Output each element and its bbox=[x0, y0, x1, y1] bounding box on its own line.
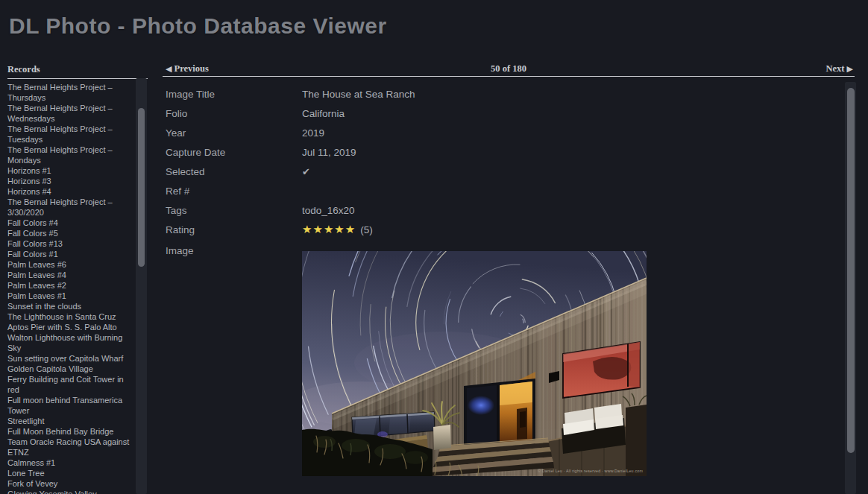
record-list-item[interactable]: Palm Leaves #6 bbox=[7, 259, 135, 270]
field-label-image: Image bbox=[166, 245, 194, 256]
record-list-item[interactable]: Fall Colors #13 bbox=[7, 238, 135, 249]
sidebar-scrollbar-thumb[interactable] bbox=[138, 108, 145, 267]
field-value-image-title: The House at Sea Ranch bbox=[302, 89, 415, 100]
records-header: Records bbox=[7, 64, 148, 79]
selected-checkmark-icon: ✔ bbox=[302, 166, 415, 177]
field-label-ref: Ref # bbox=[166, 186, 302, 197]
record-list-item[interactable]: Fall Colors #4 bbox=[7, 218, 135, 228]
record-list-item[interactable]: The Bernal Heights Project – Tuesdays bbox=[7, 124, 135, 145]
next-button[interactable]: Next ▶ bbox=[825, 63, 853, 75]
record-list-item[interactable]: The Bernal Heights Project – 3/30/2020 bbox=[7, 197, 135, 218]
record-list-item[interactable]: The Bernal Heights Project – Wednesdays bbox=[7, 103, 135, 124]
record-list-item[interactable]: Palm Leaves #1 bbox=[7, 291, 135, 301]
record-list-item[interactable]: Horizons #1 bbox=[7, 165, 135, 176]
next-label: Next bbox=[825, 63, 844, 74]
record-list-item[interactable]: Horizons #4 bbox=[7, 186, 135, 197]
record-list-item[interactable]: Fall Colors #5 bbox=[7, 228, 135, 238]
record-list-item[interactable]: Lone Tree bbox=[7, 468, 135, 478]
record-list-item[interactable]: Sunset in the clouds bbox=[7, 301, 135, 311]
record-list-item[interactable]: The Bernal Heights Project – Mondays bbox=[7, 145, 135, 165]
field-label-rating: Rating bbox=[166, 224, 302, 235]
record-photo: © Daniel Leu · All rights reserved · www… bbox=[302, 251, 647, 476]
next-arrow-icon: ▶ bbox=[847, 64, 853, 74]
record-position: 50 of 180 bbox=[163, 63, 855, 75]
record-list-item[interactable]: Fork of Vevey bbox=[7, 478, 135, 489]
record-list-item[interactable]: Sun setting over Capitola Wharf bbox=[7, 353, 135, 364]
field-value-capture-date: Jul 11, 2019 bbox=[302, 147, 415, 158]
record-list-item[interactable]: The Lighthouse in Santa Cruz bbox=[7, 311, 135, 322]
records-list: The Bernal Heights Project – ThursdaysTh… bbox=[7, 82, 135, 494]
field-value-rating: ★★★★★(5) bbox=[302, 223, 415, 236]
field-label-capture-date: Capture Date bbox=[166, 147, 302, 158]
record-list-item[interactable]: Full Moon Behind Bay Bridge bbox=[7, 426, 135, 437]
record-list-item[interactable]: Ferry Building and Coit Tower in red bbox=[7, 374, 135, 395]
field-value-folio: California bbox=[302, 108, 415, 119]
field-label-folio: Folio bbox=[166, 108, 302, 119]
record-detail: Image Title The House at Sea Ranch Folio… bbox=[166, 84, 415, 239]
page-title: DL Photo - Photo Database Viewer bbox=[9, 13, 387, 39]
record-list-item[interactable]: Palm Leaves #2 bbox=[7, 280, 135, 291]
record-list-item[interactable]: Palm Leaves #4 bbox=[7, 270, 135, 280]
record-list-item[interactable]: The Bernal Heights Project – Thursdays bbox=[7, 82, 135, 103]
photo-database-viewer-window: DL Photo - Photo Database Viewer Records… bbox=[0, 0, 868, 494]
field-label-tags: Tags bbox=[166, 205, 302, 216]
main-scrollbar-thumb[interactable] bbox=[847, 88, 855, 453]
record-list-item[interactable]: Streetlight bbox=[7, 416, 135, 426]
record-list-item[interactable]: Golden Capitola Village bbox=[7, 364, 135, 374]
field-label-selected: Selected bbox=[166, 166, 302, 177]
record-list-item[interactable]: Aptos Pier with S. S. Palo Alto bbox=[7, 322, 135, 332]
field-value-year: 2019 bbox=[302, 127, 415, 139]
record-list-item[interactable]: Glowing Yosemite Valley bbox=[7, 489, 135, 494]
photo-copyright: © Daniel Leu · All rights reserved · www… bbox=[538, 469, 643, 473]
record-list-item[interactable]: Full moon behind Transamerica Tower bbox=[7, 395, 135, 416]
record-list-item[interactable]: Walton Lighthouse with Burning Sky bbox=[7, 332, 135, 353]
field-label-year: Year bbox=[166, 127, 302, 139]
field-value-tags: todo_16x20 bbox=[302, 205, 415, 216]
field-label-image-title: Image Title bbox=[166, 89, 302, 100]
record-list-item[interactable]: Team Oracle Racing USA against ETNZ bbox=[7, 437, 135, 457]
record-list-item[interactable]: Horizons #3 bbox=[7, 176, 135, 186]
record-nav-bar: ◀ Previous 50 of 180 Next ▶ bbox=[163, 63, 855, 77]
record-list-item[interactable]: Calmness #1 bbox=[7, 457, 135, 468]
rating-count: (5) bbox=[360, 224, 373, 235]
record-list-item[interactable]: Fall Colors #1 bbox=[7, 249, 135, 259]
rating-stars-icon: ★★★★★ bbox=[302, 223, 356, 235]
